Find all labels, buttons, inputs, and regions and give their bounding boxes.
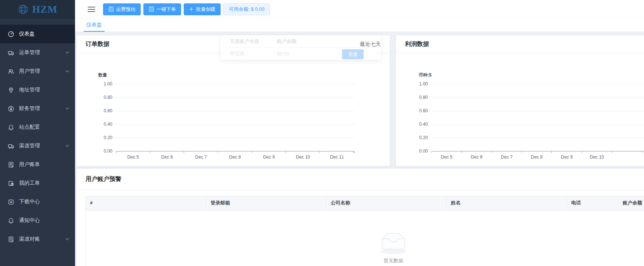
bell-icon [7, 217, 14, 224]
batch-create-button[interactable]: 批量创建 [184, 3, 221, 15]
sidebar-item-label: 用户账单 [19, 161, 40, 168]
content: 订单数据 最近七天 数量 1.000.800.600.400.200.00 De… [75, 32, 644, 266]
sidebar-item-my-work-orders[interactable]: 我的工单 [0, 174, 75, 193]
logo[interactable]: HZM [0, 0, 75, 19]
x-tick-label: Dec 6 [462, 151, 492, 160]
bell-icon [7, 124, 14, 131]
profit-chart-grid: 1.000.800.600.400.200.00 [432, 84, 644, 151]
warning-table-header: #登录邮箱公司名称姓名电话账户余额 [85, 196, 644, 211]
chevron-down-icon [65, 70, 69, 73]
sidebar-item-label: 渠道管理 [19, 143, 40, 149]
profit-data-panel: 利润数据 币种:$ 1.000.800.600.400.200.00 Dec 5… [396, 35, 644, 166]
orders-chart: 数量 1.000.800.600.400.200.00 Dec 5Dec 6De… [77, 53, 390, 166]
work-order-icon [7, 180, 14, 187]
profit-y-axis-name: 币种:$ [419, 72, 432, 78]
sidebar-item-download-center[interactable]: 下载中心 [0, 193, 75, 211]
orders-panel-title: 订单数据 [85, 40, 109, 48]
logo-text: HZM [32, 4, 57, 15]
sidebar-item-waybill-management[interactable]: 运单管理 [0, 43, 75, 62]
logo-globe-icon [18, 4, 29, 15]
warning-table-body [85, 211, 644, 266]
x-tick-label: Dec 7 [492, 151, 522, 160]
y-tick-label: 0.20 [419, 135, 428, 140]
x-tick-label: Dec 9 [252, 151, 286, 160]
batch-create-label: 批量创建 [196, 6, 215, 13]
recharge-overlay-header: 充值账户名称 账户余额 [221, 35, 381, 47]
location-pin-icon [7, 87, 14, 93]
x-tick-label: Dec 5 [432, 151, 462, 160]
sidebar-item-label: 下载中心 [19, 198, 40, 205]
empty-state: 暂无数据 [376, 228, 411, 264]
sidebar-item-user-bills[interactable]: 用户账单 [0, 155, 75, 174]
y-tick-label: 0.40 [419, 122, 428, 127]
sidebar-item-address-management[interactable]: 地址管理 [0, 81, 75, 99]
table-column-header: 公司名称 [326, 196, 447, 210]
available-balance-button[interactable]: 可用余额: $ 0.00 [223, 3, 270, 15]
sidebar-item-label: 地址管理 [19, 87, 40, 93]
orders-chart-grid: 1.000.800.600.400.200.00 [116, 84, 354, 151]
currency-icon [7, 105, 14, 112]
tab-dashboard[interactable]: 仪表盘 [84, 18, 105, 32]
gridline: 1.00 [116, 84, 354, 97]
sidebar: HZM 仪表盘 运单管理 用户管理 [0, 0, 75, 266]
sidebar-item-site-config[interactable]: 站点配置 [0, 118, 75, 137]
x-tick-label: Dec 9 [552, 151, 582, 160]
x-tick-label: Dec 6 [150, 151, 184, 160]
sidebar-item-finance-management[interactable]: 财务管理 [0, 99, 75, 118]
dashboard-icon [7, 31, 14, 37]
table-column-header: # [85, 196, 206, 210]
y-tick-label: 0.60 [104, 108, 112, 113]
calculator-icon [149, 6, 154, 12]
y-tick-label: 0.00 [419, 148, 428, 154]
sidebar-menu: 仪表盘 运单管理 用户管理 地址管理 [0, 19, 75, 248]
hamburger-icon [88, 6, 95, 12]
recharge-dropdown-overlay: 充值账户名称 账户余额 环至美 $0.00 充值 [221, 35, 381, 60]
gridline: 0.40 [432, 124, 644, 138]
y-tick-label: 1.00 [104, 81, 112, 87]
truck-icon [7, 143, 14, 149]
reconciliation-icon [7, 236, 14, 242]
main-area: 运费预估 一键下单 批量创建 可用余额: $ 0.00 仪表盘 订单数据 [75, 0, 644, 266]
truck-icon [7, 49, 14, 56]
gridline: 1.00 [432, 84, 644, 97]
y-tick-label: 0.00 [104, 148, 112, 154]
table-column-header: 电话 [567, 196, 618, 210]
one-click-order-label: 一键下单 [156, 6, 176, 13]
recharge-account-balance: $0.00 [277, 51, 381, 57]
y-tick-label: 0.80 [419, 95, 428, 100]
x-tick-label: Dec 8 [218, 151, 252, 160]
x-tick-label: Dec 8 [522, 151, 552, 160]
profit-panel-title: 利润数据 [405, 40, 429, 48]
chevron-down-icon [65, 51, 69, 54]
y-tick-label: 1.00 [419, 81, 428, 87]
profit-panel-header: 利润数据 [396, 35, 644, 53]
y-tick-label: 0.20 [104, 135, 112, 140]
sidebar-item-channel-reconciliation[interactable]: 渠道对账 [0, 230, 75, 248]
y-tick-label: 0.60 [419, 108, 428, 113]
sidebar-item-label: 我的工单 [19, 180, 40, 187]
sidebar-item-notification-center[interactable]: 通知中心 [0, 211, 75, 230]
hamburger-menu-button[interactable] [88, 6, 95, 12]
plus-icon [189, 7, 194, 12]
recharge-account-name: 环至美 [221, 50, 277, 57]
sidebar-item-label: 渠道对账 [19, 236, 40, 242]
one-click-order-button[interactable]: 一键下单 [143, 3, 181, 15]
orders-chart-x-axis: Dec 5Dec 6Dec 7Dec 8Dec 9Dec 10Dec 11 [116, 151, 354, 160]
freight-estimate-button[interactable]: 运费预估 [103, 3, 141, 15]
y-tick-label: 0.40 [104, 122, 112, 127]
sidebar-item-channel-management[interactable]: 渠道管理 [0, 137, 75, 155]
recharge-button[interactable]: 充值 [342, 49, 364, 59]
sidebar-item-user-management[interactable]: 用户管理 [0, 62, 75, 81]
profit-chart: 币种:$ 1.000.800.600.400.200.00 Dec 5Dec 6… [396, 53, 644, 166]
chevron-down-icon [65, 144, 69, 147]
y-tick-label: 0.80 [104, 95, 112, 100]
account-warning-panel: 用户账户预警 #登录邮箱公司名称姓名电话账户余额 暂无数据 [76, 168, 644, 266]
warning-panel-header: 用户账户预警 [77, 169, 644, 190]
gridline: 0.60 [432, 111, 644, 124]
sidebar-item-label: 用户管理 [19, 68, 40, 75]
table-column-header: 账户余额 [618, 196, 644, 210]
gridline: 0.80 [432, 97, 644, 111]
sidebar-item-dashboard[interactable]: 仪表盘 [0, 25, 75, 43]
gridline: 0.20 [116, 138, 354, 151]
warning-panel-title: 用户账户预警 [85, 175, 121, 183]
